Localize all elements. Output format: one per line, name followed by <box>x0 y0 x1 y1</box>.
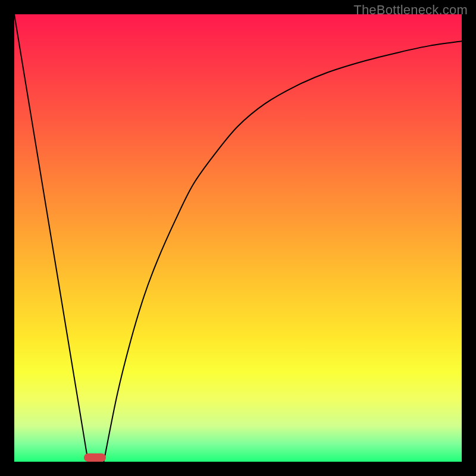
chart-stage: TheBottleneck.com <box>0 0 476 476</box>
attribution-label: TheBottleneck.com <box>353 2 468 18</box>
bottleneck-marker <box>84 453 107 462</box>
plot-area <box>14 14 462 462</box>
curve-layer <box>14 14 462 462</box>
left-line-path <box>14 14 88 462</box>
right-curve-path <box>104 41 462 462</box>
